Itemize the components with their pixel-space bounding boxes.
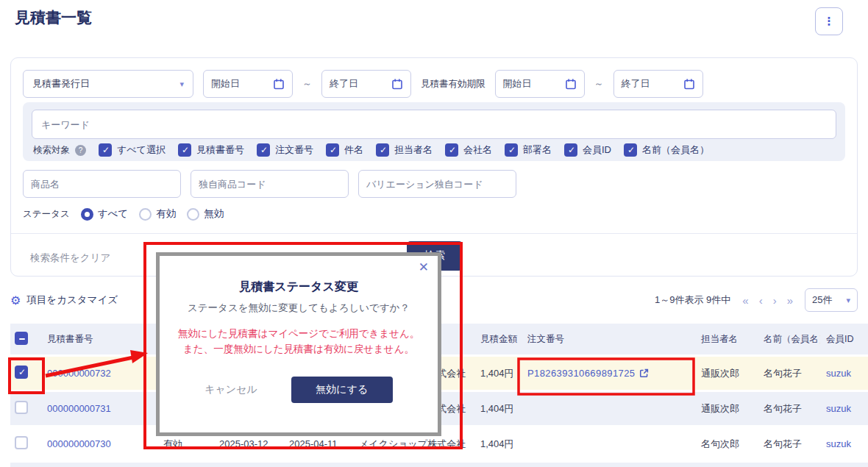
header-order-no[interactable]: 注文番号 [522, 333, 695, 346]
header-member-id[interactable]: 会員ID [820, 333, 868, 346]
row-checkbox[interactable] [15, 436, 28, 449]
checkbox-checked-icon[interactable] [326, 143, 339, 157]
search-target-option-label: 件名 [344, 143, 363, 157]
search-target-option: 会員ID [564, 143, 611, 157]
expiry-date-cell: 2025-04-11 [283, 438, 353, 449]
checkbox-checked-icon[interactable] [178, 143, 191, 157]
kebab-menu-button[interactable]: ⋮ [815, 7, 843, 35]
expiry-start-date-input[interactable]: 開始日 [495, 70, 585, 98]
search-target-option-label: 部署名 [523, 143, 552, 157]
header-member-name[interactable]: 名前（会員名） [758, 333, 820, 346]
variation-code-input[interactable] [358, 170, 516, 198]
issue-end-date-input[interactable]: 終了日 [321, 70, 411, 98]
quote-no-link[interactable]: 000000000732 [47, 368, 111, 379]
search-target-option: 注文番号 [257, 143, 313, 157]
member-id-link[interactable]: suzuk [826, 403, 851, 414]
search-target-option: 部署名 [505, 143, 552, 157]
radio-icon[interactable] [139, 208, 152, 221]
checkbox-checked-icon[interactable] [564, 143, 577, 157]
date-placeholder: 開始日 [503, 77, 532, 90]
pager-prev-icon[interactable]: ‹ [759, 294, 763, 307]
staff-cell: 通販次郎 [695, 402, 758, 416]
checkbox-checked-icon[interactable] [99, 143, 112, 157]
panel-divider [11, 233, 857, 234]
row-checkbox[interactable] [15, 401, 28, 414]
checkbox-checked-icon[interactable] [257, 143, 270, 157]
calendar-icon [273, 78, 285, 90]
chevron-down-icon: ▾ [846, 296, 850, 305]
help-icon[interactable]: ? [75, 145, 86, 156]
header-staff[interactable]: 担当者名 [695, 333, 758, 346]
product-name-input[interactable] [23, 170, 181, 198]
status-option: すべて [81, 207, 128, 221]
search-target-option-label: 会社名 [463, 143, 492, 157]
search-target-option: 会社名 [445, 143, 492, 157]
checkbox-checked-icon[interactable] [445, 143, 458, 157]
status-option-label: すべて [98, 207, 128, 221]
modal-warning-line1: 無効にした見積書はマイページでご利用できません。 [160, 327, 438, 342]
date-type-value: 見積書発行日 [32, 77, 90, 90]
radio-icon[interactable] [81, 208, 93, 221]
expiry-end-date-input[interactable]: 終了日 [613, 70, 703, 98]
page-title: 見積書一覧 [15, 7, 92, 28]
radio-icon[interactable] [187, 208, 199, 221]
row-checkbox[interactable] [15, 366, 28, 379]
header-amount[interactable]: 見積金額 [474, 333, 522, 346]
member-name-cell: 名句花子 [758, 367, 820, 380]
gear-icon: ⚙ [10, 293, 21, 307]
date-type-select[interactable]: 見積書発行日 ▾ [23, 70, 193, 98]
date-placeholder: 終了日 [622, 77, 650, 90]
search-target-option: 名前（会員名） [624, 143, 709, 157]
product-code-input[interactable] [191, 170, 349, 198]
search-target-option: 担当者名 [376, 143, 433, 157]
member-id-link[interactable]: suzuk [826, 438, 851, 449]
page-size-select[interactable]: 25件 ▾ [805, 288, 858, 312]
calendar-icon [391, 78, 403, 90]
pager-next-icon[interactable]: › [773, 294, 777, 307]
cancel-button[interactable]: キャンセル [204, 383, 257, 396]
staff-cell: 名句次郎 [695, 438, 758, 451]
date-placeholder: 開始日 [211, 77, 240, 90]
table-row-partial [10, 463, 868, 467]
member-name-cell: 名句花子 [758, 402, 820, 416]
keyword-panel: 検索対象 ? すべて選択見積書番号注文番号件名担当者名会社名部署名会員ID名前（… [23, 102, 845, 161]
calendar-icon [565, 78, 577, 90]
search-target-option-label: 会員ID [583, 143, 611, 157]
tilde-separator: ～ [594, 77, 604, 90]
modal-message: ステータスを無効に変更してもよろしいですか？ [160, 302, 438, 315]
pagination-group: 1～9件表示 9件中 «‹›» 25件 ▾ [655, 285, 858, 315]
modal-title: 見積書ステータス変更 [160, 279, 438, 295]
order-no-link[interactable]: P182639310669891725 [527, 368, 649, 379]
search-target-option: 見積書番号 [178, 143, 244, 157]
customize-columns-button[interactable]: ⚙ 項目をカスタマイズ [10, 285, 118, 315]
issue-start-date-input[interactable]: 開始日 [203, 70, 293, 98]
status-option: 有効 [139, 207, 176, 221]
search-target-option-label: 担当者名 [394, 143, 433, 157]
search-target-option: 件名 [326, 143, 363, 157]
pager-last-icon[interactable]: » [787, 294, 793, 307]
clear-search-link[interactable]: 検索条件をクリア [30, 243, 110, 273]
close-icon[interactable]: ✕ [419, 260, 429, 275]
header-quote-no[interactable]: 見積書番号 [47, 333, 157, 346]
search-target-row: 検索対象 ? すべて選択見積書番号注文番号件名担当者名会社名部署名会員ID名前（… [33, 143, 709, 157]
status-cell: 有効 [157, 438, 213, 451]
search-target-option-label: すべて選択 [117, 143, 166, 157]
disable-button[interactable]: 無効にする [291, 377, 393, 403]
keyword-input[interactable] [32, 110, 836, 139]
member-name-cell: 名句花子 [758, 438, 820, 451]
amount-cell: 1,404円 [474, 438, 522, 451]
quote-no-link[interactable]: 000000000730 [47, 438, 111, 449]
search-target-option-label: 注文番号 [275, 143, 313, 157]
quote-no-link[interactable]: 000000000731 [47, 403, 111, 414]
customize-label: 項目をカスタマイズ [26, 293, 118, 307]
issue-date-cell: 2025-03-12 [213, 438, 283, 449]
result-range-text: 1～9件表示 9件中 [655, 293, 730, 307]
checkbox-checked-icon[interactable] [376, 143, 389, 157]
checkbox-checked-icon[interactable] [505, 143, 518, 157]
member-id-link[interactable]: suzuk [826, 368, 851, 379]
expiry-label: 見積書有効期限 [421, 78, 485, 90]
checkbox-checked-icon[interactable] [624, 143, 637, 157]
pager-first-icon[interactable]: « [742, 294, 748, 307]
status-option-label: 有効 [156, 207, 176, 221]
select-all-checkbox[interactable] [15, 332, 28, 345]
